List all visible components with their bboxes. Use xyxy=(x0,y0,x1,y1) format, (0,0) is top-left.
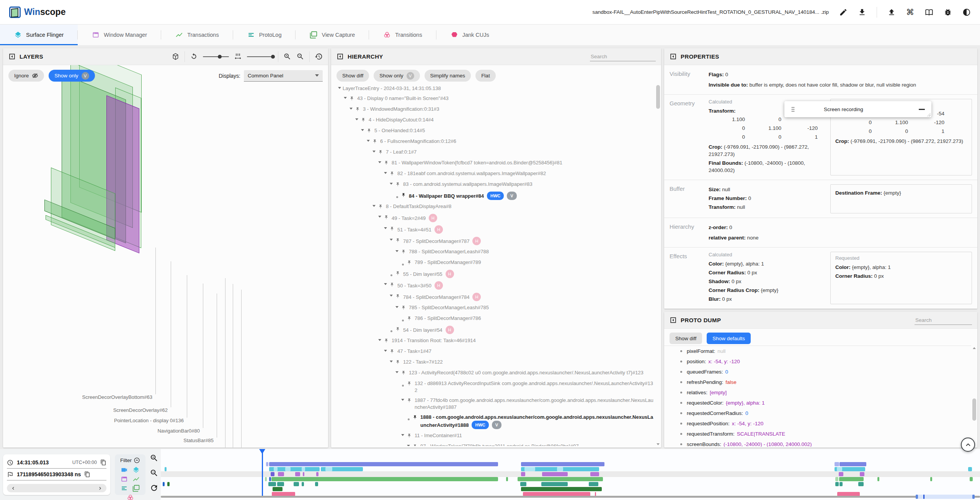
hierarchy-node[interactable]: 786 - SplitDecorManager#786 xyxy=(333,313,655,324)
hierarchy-node[interactable]: 43 - Display 0 name="Built-in Screen"#43 xyxy=(333,93,655,104)
proto-property-row[interactable]: requestedTransform:SCALE|TRANSLATE xyxy=(664,429,971,439)
hierarchy-node[interactable]: 97 - WindowToken{7f78b6b type=2011 andro… xyxy=(333,441,655,446)
pin-icon[interactable] xyxy=(395,182,401,189)
expand-arrow-icon[interactable] xyxy=(371,205,377,207)
pin-icon[interactable] xyxy=(407,398,413,405)
reset-view-icon[interactable] xyxy=(315,52,323,61)
spacing-slider[interactable] xyxy=(247,56,273,57)
pin-icon[interactable] xyxy=(401,370,407,377)
pin-icon[interactable] xyxy=(372,139,378,146)
collapse-panel-icon[interactable] xyxy=(670,316,677,324)
expand-arrow-icon[interactable] xyxy=(382,350,389,352)
minimize-button[interactable] xyxy=(918,105,926,113)
timeline-segment-screen-recording[interactable] xyxy=(302,467,305,471)
scroll-top-button[interactable] xyxy=(961,438,975,452)
pin-icon[interactable] xyxy=(401,249,407,256)
edit-title-icon[interactable] xyxy=(839,8,848,16)
zoom-out-icon[interactable] xyxy=(296,52,304,61)
timeline-segment-window-manager[interactable] xyxy=(295,472,300,476)
timeline-segment-transactions[interactable] xyxy=(930,477,932,481)
hierarchy-node[interactable]: 5 - OneHanded:0:14#5 xyxy=(333,126,655,136)
hierarchy-scrollbar[interactable] xyxy=(656,85,660,444)
expand-arrow-icon[interactable] xyxy=(394,250,400,252)
expand-arrow-icon[interactable] xyxy=(394,371,400,373)
pin-icon[interactable] xyxy=(361,117,367,124)
hierarchy-node[interactable]: 8 - DefaultTaskDisplayArea#8 xyxy=(333,202,655,212)
pin-icon[interactable] xyxy=(407,381,413,388)
filter-lines-icon[interactable] xyxy=(121,485,128,492)
timeline-segment-screen-recording[interactable] xyxy=(557,467,563,471)
timeline-segment-protolog[interactable] xyxy=(840,482,843,486)
timeline-segment-transactions[interactable] xyxy=(835,477,838,481)
timeline-segment-protolog[interactable] xyxy=(268,482,276,486)
proto-property-row[interactable]: relatives:[empty] xyxy=(664,387,971,398)
rotation-slider[interactable] xyxy=(203,56,229,57)
hierarchy-node[interactable]: 55 - Dim layer#55H xyxy=(333,268,655,280)
timeline-overview-track[interactable] xyxy=(161,496,980,498)
timeline-segment-screen-recording[interactable] xyxy=(274,467,278,471)
timeline-segment-screen-recording[interactable] xyxy=(325,467,332,471)
pin-icon[interactable] xyxy=(355,107,361,113)
timeline-segment-protolog[interactable] xyxy=(163,482,165,486)
timeline-segment-view-capture[interactable] xyxy=(521,487,602,491)
resize-handle[interactable] xyxy=(927,113,931,116)
expand-arrow-icon[interactable] xyxy=(365,140,371,142)
pin-icon[interactable] xyxy=(384,160,390,167)
hierarchy-node[interactable]: 4 - HideDisplayCutout:0:14#4 xyxy=(333,115,655,126)
timeline-segment-protolog[interactable] xyxy=(589,482,598,486)
expand-arrow-icon[interactable] xyxy=(377,161,383,163)
expand-arrow-icon[interactable] xyxy=(388,183,394,185)
hierarchy-node[interactable]: 789 - SplitDecorManager#789 xyxy=(333,257,655,268)
proto-search-input[interactable] xyxy=(915,316,972,325)
hierarchy-node[interactable]: 83 - com.android.systemui.wallpapers.Ima… xyxy=(333,179,655,190)
timeline-segment-protolog[interactable] xyxy=(167,482,170,486)
pin-icon[interactable] xyxy=(378,149,384,156)
timeline-segment-screen-recording[interactable] xyxy=(837,467,842,471)
tab-window-manager[interactable]: Window Manager xyxy=(78,25,161,45)
hierarchy-node[interactable]: 1914 - Transition Root: Task=46#1914 xyxy=(333,336,655,346)
copy-timestamp-icon[interactable] xyxy=(84,471,90,477)
range-handle-right[interactable] xyxy=(972,495,975,499)
timeline-segment-transactions[interactable] xyxy=(839,477,864,481)
tab-jank-cujs[interactable]: Jank CUJs xyxy=(436,25,503,45)
hierarchy-filter-flat[interactable]: Flat xyxy=(475,70,496,82)
expand-arrow-icon[interactable] xyxy=(354,118,360,120)
show-only-button[interactable]: Show only V xyxy=(49,70,95,82)
hierarchy-filter-show-diff[interactable]: Show diff xyxy=(336,70,369,82)
hierarchy-node[interactable]: 54 - Dim layer#54H xyxy=(333,324,655,336)
tab-transitions[interactable]: Transitions xyxy=(369,25,436,45)
hierarchy-filter-simplify-names[interactable]: Simplify names xyxy=(425,70,471,82)
zoom-in-icon[interactable] xyxy=(283,52,291,61)
hierarchy-node[interactable]: 7 - Leaf:0:1#7 xyxy=(333,147,655,158)
timeline-segment-screen-recording[interactable] xyxy=(285,467,291,471)
expand-arrow-icon[interactable] xyxy=(382,172,389,174)
pin-icon[interactable] xyxy=(407,316,413,323)
human-time-value[interactable]: 14:31:05.013 xyxy=(17,459,49,466)
timeline-segment-surface-flinger[interactable] xyxy=(521,462,604,466)
timeline-segment-transactions[interactable] xyxy=(269,477,271,481)
pin-icon[interactable] xyxy=(407,433,413,440)
timeline-segment-surface-flinger[interactable] xyxy=(840,462,866,466)
hierarchy-node[interactable]: 51 - Task=4#51H xyxy=(333,224,655,235)
filter-videocam-icon[interactable] xyxy=(121,466,128,474)
copy-time-icon[interactable] xyxy=(100,459,106,466)
pin-icon[interactable] xyxy=(378,204,384,211)
timeline-segment-protolog[interactable] xyxy=(520,482,526,486)
hierarchy-node[interactable]: 3 - WindowedMagnification:0:31#3 xyxy=(333,104,655,115)
pin-icon[interactable] xyxy=(407,260,413,267)
timeline-segment-window-manager[interactable] xyxy=(316,472,318,476)
expand-arrow-icon[interactable] xyxy=(382,283,389,285)
pin-icon[interactable] xyxy=(395,326,401,333)
timeline-segment-window-manager[interactable] xyxy=(303,472,304,476)
proto-scrollbar[interactable] xyxy=(972,349,976,444)
dark-mode-icon[interactable] xyxy=(962,8,971,16)
pin-icon[interactable] xyxy=(413,415,418,421)
proto-property-row[interactable]: queuedFrames:0 xyxy=(664,367,971,377)
timeline-segment-window-manager[interactable] xyxy=(590,472,599,476)
rotation-icon[interactable] xyxy=(190,52,198,61)
timeline-segment-screen-recording[interactable] xyxy=(524,467,535,471)
proto-property-row[interactable]: screenBounds:(-10800, -24000) - (10800, … xyxy=(664,439,971,447)
tab-protolog[interactable]: ProtoLog xyxy=(233,25,296,45)
hierarchy-node[interactable]: 1887 - 77fdc4b com.google.android.apps.n… xyxy=(333,395,655,412)
expand-arrow-icon[interactable] xyxy=(388,239,394,241)
